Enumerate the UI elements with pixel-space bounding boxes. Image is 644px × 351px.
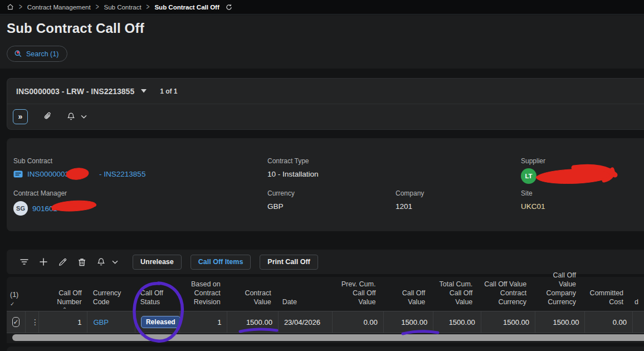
search-button[interactable]: Search (1) [7,46,67,62]
col-currency-code[interactable]: Currency Code [87,289,135,311]
field-supplier: Supplier LT 10031 [521,157,562,184]
edit-row-button[interactable] [53,255,72,269]
cell-truncated [633,311,644,333]
contract-card-icon [13,170,23,178]
currency-label: Currency [267,189,295,197]
cell-currency-code: GBP [87,311,135,333]
print-call-off-button[interactable]: Print Call Off [260,255,318,270]
cell-call-off-number: 1 [39,311,87,333]
col-call-off-number[interactable]: Call Off Number ⌃ [39,289,87,311]
details-panel: Sub Contract INS0000003 - - INS2213855 C… [7,138,644,231]
horizontal-scrollbar[interactable] [12,334,644,341]
contract-manager-link[interactable]: 901601 - [32,204,62,213]
filter-icon [20,259,28,265]
table-header-row: (1) ✓ Call Off Number ⌃ Currency Code Ca… [7,277,644,311]
more-actions-button[interactable] [80,112,91,121]
row-checkbox[interactable]: ✓ [12,317,19,327]
bell-icon [97,257,105,266]
attachment-button[interactable] [39,109,57,124]
col-based-on-contract-revision[interactable]: Based on Contract Revision [179,280,226,311]
call-off-table: (1) ✓ Call Off Number ⌃ Currency Code Ca… [7,277,644,343]
row-menu-cell: ⋮ [26,311,39,333]
breadcrumb-current-page[interactable]: Sub Contract Call Off [154,4,219,11]
cell-total-cum-call-off-value: 1500.00 [433,311,481,333]
col-committed-cost[interactable]: Committed Cost [582,289,629,311]
kebab-menu-icon[interactable]: ⋮ [31,318,39,326]
page-title: Sub Contract Call Off [7,21,144,36]
check-icon: ✓ [13,318,18,326]
breadcrumb-separator: > [147,3,150,11]
record-selector-title[interactable]: INS0000003 - LRW - INS2213855 [16,87,134,96]
field-contract-manager: Contract Manager SG 901601 - [13,189,67,216]
home-icon[interactable] [7,3,14,11]
site-value: UKC01 [521,202,545,211]
sub-contract-link[interactable]: INS0000003 - [27,170,74,178]
currency-code-link[interactable]: GBP [93,318,108,326]
company-label: Company [396,189,424,197]
site-label: Site [521,189,545,197]
cell-date: 23/04/2026 [279,311,333,333]
record-toolbar: » [7,104,644,129]
table-more-actions-button[interactable] [111,257,124,267]
col-call-off-value-contract-currency[interactable]: Call Off Value Contract Currency [478,280,532,311]
col-total-cum-call-off-value[interactable]: Total Cum. Call Off Value [431,280,478,311]
cell-prev-cum-call-off-value: 0.00 [333,311,383,333]
contract-type-label: Contract Type [267,157,319,165]
field-sub-contract: Sub Contract INS0000003 - - INS2213855 [13,157,145,178]
field-site: Site UKC01 [521,189,545,211]
pencil-icon [58,258,67,266]
breadcrumb-sub-contract[interactable]: Sub Contract [104,4,141,11]
record-count: 1 of 1 [160,87,177,95]
cell-call-off-value-company-currency: 1500.00 [535,311,585,333]
record-selector-card: INS0000003 - LRW - INS2213855 1 of 1 » [7,78,644,130]
sub-contract-label: Sub Contract [13,157,145,165]
next-panel-edge [7,347,644,351]
row-select-cell: ✓ [7,311,26,333]
contract-manager-avatar: SG [13,201,28,216]
select-all-header[interactable]: (1) ✓ [7,290,26,311]
table-row[interactable]: ✓ ⋮ 1 GBP Released 1 1500.00 23/04/2026 … [7,311,644,333]
field-company: Company 1201 [396,189,424,211]
col-truncated[interactable]: d [629,298,644,311]
refresh-icon[interactable] [226,4,232,11]
chevron-down-icon [112,260,118,264]
bell-icon [67,112,75,121]
delete-row-button[interactable] [72,255,91,269]
col-contract-value[interactable]: Contract Value [226,289,277,311]
cell-based-on-contract-revision: 1 [180,311,227,333]
col-call-off-value[interactable]: Call Off Value [381,289,431,311]
supplier-value[interactable]: 10031 [541,172,562,181]
status-badge: Released [141,316,180,328]
expand-panel-button[interactable]: » [13,109,28,124]
col-prev-cum-call-off-value[interactable]: Prev. Cum. Call Off Value [330,280,381,311]
unrelease-button[interactable]: Unrelease [133,255,182,270]
row-menu-header [26,306,39,311]
filter-button[interactable] [14,256,34,268]
notifications-button[interactable] [62,109,80,124]
add-row-button[interactable] [34,255,53,269]
company-value: 1201 [396,202,412,211]
cell-call-off-value: 1500.00 [384,311,433,333]
cell-call-off-value-contract-currency: 1500.00 [481,311,535,333]
cell-committed-cost: 0.00 [585,311,632,333]
record-selector: INS0000003 - LRW - INS2213855 1 of 1 [7,79,644,104]
sub-contract-link-suffix[interactable]: - INS2213855 [99,170,145,178]
app-window: > Contract Management > Sub Contract > S… [0,0,644,351]
plus-icon [40,258,47,266]
call-off-items-button[interactable]: Call Off Items [191,255,251,270]
paperclip-icon [43,112,52,121]
page-header: Sub Contract Call Off Search (1) [0,15,644,69]
cell-contract-value: 1500.00 [227,311,278,333]
contract-type-value: 10 - Installation [267,170,319,178]
col-call-off-status[interactable]: Call Off Status [135,289,179,311]
table-notifications-button[interactable] [91,255,111,269]
chevron-down-icon[interactable] [141,89,147,93]
chevron-down-icon [81,115,87,119]
breadcrumb-separator: > [96,3,99,11]
breadcrumb-separator: > [19,3,22,11]
col-call-off-value-company-currency[interactable]: Call Off Value Company Currency [532,271,582,311]
field-currency: Currency GBP [267,189,295,211]
col-date[interactable]: Date [277,298,331,311]
breadcrumb-contract-management[interactable]: Contract Management [27,4,91,11]
field-contract-type: Contract Type 10 - Installation [267,157,319,178]
